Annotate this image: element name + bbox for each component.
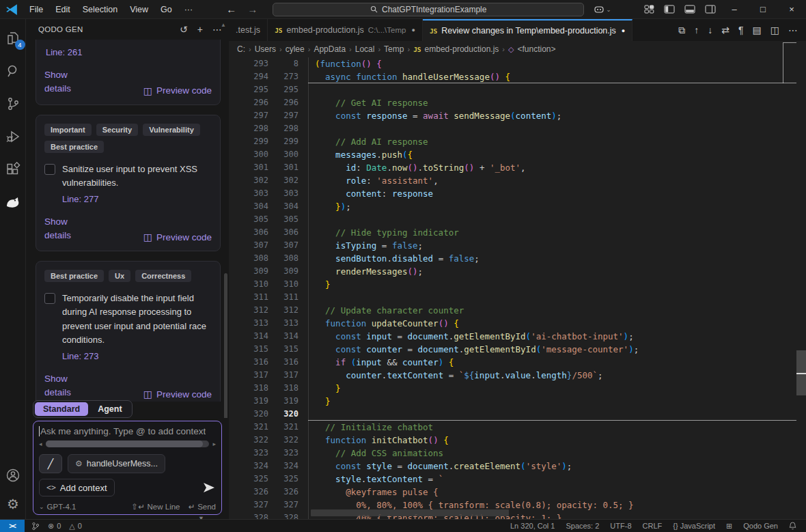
tab-embed-production-js[interactable]: JSembed-production.jsC:\...\Temp● <box>268 19 423 41</box>
line-link[interactable]: Line: 277 <box>62 194 212 204</box>
qodo-gen-icon[interactable] <box>5 194 21 210</box>
breadcrumb-item-appdata[interactable]: AppData <box>314 44 346 54</box>
status-item-spaces-2[interactable]: Spaces: 2 <box>566 522 599 530</box>
context-chip-handleusermess[interactable]: ⚙handleUserMess... <box>68 454 165 473</box>
settings-gear-icon[interactable]: ⚙ <box>5 496 21 512</box>
code-line[interactable]: 319319 } <box>229 395 796 408</box>
breadcrumb-item-c[interactable]: C: <box>237 44 245 54</box>
close-button[interactable]: × <box>777 0 806 18</box>
branch-icon[interactable] <box>31 522 40 531</box>
command-center-search[interactable]: ChatGPTIntegrationExample <box>273 3 584 16</box>
code-line[interactable]: 299299 // Add AI response <box>229 135 796 148</box>
scroll-left-icon[interactable]: ◂ <box>39 440 42 447</box>
breadcrumb-item-temp[interactable]: Temp <box>384 44 404 54</box>
code-line[interactable]: 296296 // Get AI response <box>229 96 796 109</box>
code-line[interactable]: 316316 if (input && counter) { <box>229 356 796 369</box>
toggle-primary-sidebar-icon[interactable] <box>664 5 675 14</box>
slash-command-button[interactable]: ╱ <box>39 454 62 473</box>
code-line[interactable]: 326326 @keyframes pulse { <box>229 486 796 499</box>
account-icon[interactable] <box>5 467 21 484</box>
source-control-icon[interactable] <box>5 96 21 112</box>
code-line[interactable]: 306306 // Hide typing indicator <box>229 226 796 239</box>
code-line[interactable]: 309309 renderMessages(); <box>229 265 796 278</box>
status-item-qodo-gen[interactable]: Qodo Gen <box>743 522 778 530</box>
code-line[interactable]: 2938(function() { <box>229 57 796 70</box>
menu-item-selection[interactable]: Selection <box>77 0 124 18</box>
run-debug-icon[interactable] <box>5 128 21 145</box>
forward-icon[interactable]: → <box>247 3 258 15</box>
suggestion-checkbox[interactable] <box>44 293 55 304</box>
notifications-bell-icon[interactable] <box>789 522 796 530</box>
code-line[interactable]: 294273 async function handleUserMessage(… <box>229 70 796 83</box>
suggestion-checkbox[interactable] <box>44 164 55 175</box>
remote-indicator[interactable]: >< <box>0 520 25 532</box>
code-line[interactable]: 324324 const style = document.createElem… <box>229 460 796 473</box>
minimize-button[interactable]: – <box>720 0 749 18</box>
breadcrumb-item-users[interactable]: Users <box>255 44 276 54</box>
menu-item-file[interactable]: File <box>23 0 49 18</box>
preview-code-button[interactable]: ◫Preview code <box>143 232 212 242</box>
mode-tab-standard[interactable]: Standard <box>35 402 88 416</box>
add-context-button[interactable]: <> Add context <box>39 479 115 496</box>
search-view-icon[interactable] <box>5 63 21 79</box>
breadcrumb-item-local[interactable]: Local <box>355 44 375 54</box>
code-line[interactable]: 314314 const input = document.getElement… <box>229 330 796 343</box>
customize-layout-icon[interactable] <box>644 5 654 14</box>
maximize-button[interactable]: □ <box>749 0 777 18</box>
menu-item-go[interactable]: Go <box>154 0 178 18</box>
tab-test-js[interactable]: .test.js <box>229 19 268 41</box>
next-change-icon[interactable]: ↓ <box>708 25 712 36</box>
status-item-crlf[interactable]: CRLF <box>643 522 663 530</box>
scroll-up-icon[interactable]: ▲ <box>221 22 226 28</box>
swap-diff-icon[interactable]: ⇄ <box>721 25 729 36</box>
code-line[interactable]: 317317 counter.textContent = `${input.va… <box>229 369 796 382</box>
copilot-menu[interactable]: ⌄ <box>594 5 611 14</box>
breadcrumb-item-function[interactable]: <function> <box>517 44 555 54</box>
code-line[interactable]: 298298 <box>229 122 796 135</box>
code-line[interactable]: 305305 <box>229 213 796 226</box>
menu-item-item[interactable]: ··· <box>178 0 199 18</box>
show-details-link[interactable]: Show details <box>44 215 87 243</box>
code-line[interactable]: 312312 // Update character counter <box>229 304 796 317</box>
preview-code-button[interactable]: ◫Preview code <box>143 389 212 400</box>
explorer-icon[interactable]: 4 <box>5 30 21 46</box>
code-line[interactable]: 307307 isTyping = false; <box>229 239 796 252</box>
code-line[interactable]: 313313 function updateCounter() { <box>229 317 796 330</box>
status-item-item[interactable]: ⊞ <box>726 522 732 531</box>
code-line[interactable]: 318318 } <box>229 382 796 395</box>
word-wrap-icon[interactable]: ▤ <box>753 25 762 36</box>
chat-scroll-thumb[interactable] <box>46 440 203 447</box>
code-line[interactable]: 321321 // Initialize chatbot <box>229 421 796 434</box>
show-details-link[interactable]: Show details <box>44 372 87 400</box>
code-line[interactable]: 304304 }); <box>229 200 796 213</box>
tab-review-changes-in-temp-embed-production-js[interactable]: JSReview changes in Temp\embed-productio… <box>423 19 633 41</box>
extensions-icon[interactable] <box>5 161 21 178</box>
code-line[interactable]: 303303 content: response <box>229 187 796 200</box>
status-item-utf-8[interactable]: UTF-8 <box>610 522 631 530</box>
code-line[interactable]: 310310 } <box>229 278 796 291</box>
menu-item-view[interactable]: View <box>124 0 154 18</box>
scroll-right-icon[interactable]: ▸ <box>212 440 216 447</box>
line-link[interactable]: Line: 273 <box>62 351 212 361</box>
code-line[interactable]: 297297 const response = await sendMessag… <box>229 109 796 122</box>
render-whitespace-icon[interactable]: ¶ <box>738 25 744 36</box>
open-changes-icon[interactable]: ⧉ <box>678 25 685 36</box>
new-chat-icon[interactable]: + <box>197 24 203 35</box>
sidebar-scrollbar[interactable] <box>224 273 227 423</box>
code-line[interactable]: 308308 sendButton.disabled = false; <box>229 252 796 265</box>
code-line[interactable]: 311311 <box>229 291 796 304</box>
breadcrumb-item-cylee[interactable]: cylee <box>286 44 305 54</box>
status-item-javascript[interactable]: {} JavaScript <box>673 522 715 530</box>
breadcrumb-item-embed-production-js[interactable]: embed-production.js <box>425 44 499 54</box>
code-line[interactable]: 323323 // Add CSS animations <box>229 447 796 460</box>
preview-code-button[interactable]: ◫Preview code <box>143 85 212 96</box>
problems-warnings[interactable]: △ 0 <box>69 522 82 531</box>
code-line[interactable]: 315315 const counter = document.getEleme… <box>229 343 796 356</box>
code-line[interactable]: 320320 <box>229 408 796 421</box>
code-line[interactable]: 302302 role: 'assistant', <box>229 174 796 187</box>
code-line[interactable]: 322322 function initChatbot() { <box>229 434 796 447</box>
chat-hscrollbar[interactable]: ◂ ▸ <box>39 440 216 447</box>
code-line[interactable]: 301301 id: Date.now().toString() + '_bot… <box>229 161 796 174</box>
mode-tab-agent[interactable]: Agent <box>89 402 130 416</box>
more-actions-icon[interactable]: ⋯ <box>788 25 798 36</box>
